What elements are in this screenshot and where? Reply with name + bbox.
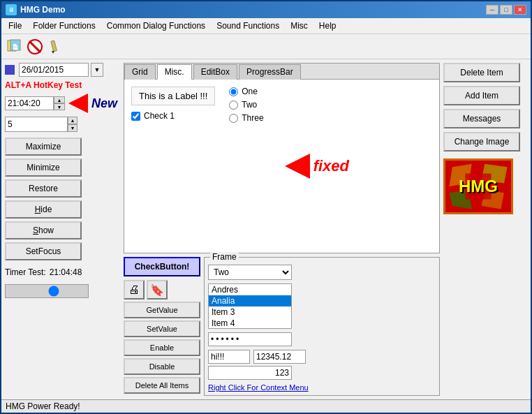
radio-two-row: Two	[229, 100, 263, 110]
frame-dropdown[interactable]: Two One Three	[208, 265, 292, 280]
middle-section: CheckButton! 🖨 🔖 GetValue SetValue Enabl…	[124, 257, 440, 396]
enable-btn[interactable]: Enable	[124, 339, 200, 356]
list-item-analia[interactable]: Analia	[209, 295, 291, 306]
red-arrow-left	[68, 94, 88, 113]
menu-sound[interactable]: Sound Functions	[211, 20, 285, 32]
close-window-btn[interactable]: ✕	[514, 5, 526, 15]
numeric-input[interactable]	[5, 117, 68, 132]
hi-input[interactable]	[208, 350, 250, 364]
maximize-window-btn[interactable]: □	[500, 5, 512, 15]
main-window: 🖥 HMG Demo ─ □ ✕ File Folder Functions C…	[0, 0, 532, 414]
center-panel: Grid Misc. EditBox ProgressBar This is a…	[124, 63, 440, 396]
window-title: HMG Demo	[20, 5, 66, 15]
menu-file[interactable]: File	[3, 20, 27, 32]
tab-misc-content: This is a Label !!! Check 1 One	[124, 80, 439, 253]
list-item-item4[interactable]: Item 4	[209, 318, 291, 329]
time-input[interactable]	[5, 96, 54, 110]
check-button[interactable]: CheckButton!	[124, 257, 200, 276]
title-buttons: ─ □ ✕	[486, 5, 526, 15]
menu-common[interactable]: Common Dialog Functions	[101, 20, 211, 32]
check1-checkbox[interactable]	[131, 112, 140, 121]
messages-btn[interactable]: Messages	[443, 109, 520, 128]
context-menu-hint[interactable]: Right Click For Context Menu	[208, 383, 436, 392]
list-item-andres[interactable]: Andres	[209, 284, 291, 295]
amount-input[interactable]	[253, 350, 306, 364]
right-panel: Delete Item Add Item Messages Change Ima…	[443, 63, 527, 396]
left-buttons: Maximize Minimize Restore Hide Show SetF…	[5, 138, 120, 260]
btn-restore[interactable]: Restore	[5, 179, 82, 198]
minimize-window-btn[interactable]: ─	[486, 5, 498, 15]
get-value-btn[interactable]: GetValue	[124, 302, 200, 318]
time-input-wrap: ▲ ▼	[5, 96, 65, 110]
hmg-logo-text: HMG	[459, 177, 498, 196]
radio-two-label: Two	[242, 100, 257, 110]
time-spinner: ▲ ▼	[54, 96, 65, 110]
left-panel: ▼ ALT+A HotKey Test ▲ ▼ New	[5, 63, 120, 396]
date-input[interactable]	[19, 63, 89, 77]
num-123-input[interactable]	[208, 366, 292, 380]
frame-listbox[interactable]: Andres Analia Item 3 Item 4	[208, 283, 292, 329]
radio-three-row: Three	[229, 113, 263, 123]
stamp-btn[interactable]: 🔖	[147, 280, 168, 300]
tab-grid[interactable]: Grid	[124, 64, 156, 80]
btn-maximize[interactable]: Maximize	[5, 138, 82, 156]
radio-one[interactable]	[229, 87, 238, 96]
tab-progressbar[interactable]: ProgressBar	[239, 64, 301, 80]
checkbox-row: Check 1	[131, 111, 215, 121]
delete-item-btn[interactable]: Delete Item	[443, 63, 520, 82]
inline-inputs-row	[208, 350, 436, 364]
svg-rect-5	[51, 40, 57, 52]
num-spin-up[interactable]: ▲	[68, 117, 77, 124]
icon-buttons-row: 🖨 🔖	[124, 280, 200, 300]
menu-misc[interactable]: Misc	[285, 20, 313, 32]
tab-container: Grid Misc. EditBox ProgressBar This is a…	[124, 63, 440, 253]
tab-editbox[interactable]: EditBox	[193, 64, 237, 80]
num-spin-down[interactable]: ▼	[68, 124, 77, 132]
menu-help[interactable]: Help	[313, 20, 342, 32]
frame-label: Frame	[210, 252, 239, 262]
list-item-item3[interactable]: Item 3	[209, 306, 291, 318]
set-value-btn[interactable]: SetValue	[124, 320, 200, 337]
svg-text:📄: 📄	[12, 43, 19, 50]
new-label: New	[91, 96, 117, 111]
btn-show[interactable]: Show	[5, 221, 82, 239]
title-bar-left: 🖥 HMG Demo	[6, 4, 66, 15]
fixed-section: fixed	[285, 87, 349, 246]
toolbar-icon-1[interactable]: 📄	[6, 38, 24, 56]
menu-folder[interactable]: Folder Functions	[27, 20, 101, 32]
disable-btn[interactable]: Disable	[124, 358, 200, 375]
delete-all-btn[interactable]: Delete All Items	[124, 377, 200, 394]
tab-misc[interactable]: Misc.	[157, 64, 192, 80]
tab-right-section: One Two Three	[229, 87, 263, 246]
radio-three[interactable]	[229, 114, 238, 123]
add-item-btn[interactable]: Add Item	[443, 86, 520, 105]
radio-one-label: One	[242, 87, 258, 96]
numeric-input-wrap: ▲ ▼	[5, 117, 120, 132]
btn-hide[interactable]: Hide	[5, 200, 82, 219]
time-spin-down[interactable]: ▼	[54, 103, 65, 110]
printer-btn[interactable]: 🖨	[124, 280, 145, 300]
time-spin-up[interactable]: ▲	[54, 96, 65, 103]
btn-setfocus[interactable]: SetFocus	[5, 242, 82, 260]
radio-two[interactable]	[229, 101, 238, 110]
password-field[interactable]	[208, 332, 292, 346]
date-picker-btn[interactable]: ▼	[91, 63, 103, 77]
timer-row: Timer Test: 21:04:48	[5, 267, 120, 277]
toolbar-icon-pen[interactable]	[46, 38, 64, 56]
change-image-btn[interactable]: Change Image	[443, 132, 520, 151]
status-text: HMG Power Ready!	[6, 401, 80, 411]
btn-minimize[interactable]: Minimize	[5, 158, 82, 177]
toolbar-icon-stop[interactable]	[26, 38, 44, 56]
radio-three-label: Three	[242, 113, 263, 123]
status-bar: HMG Power Ready!	[1, 399, 531, 413]
static-label: This is a Label !!!	[131, 87, 215, 105]
fixed-label: fixed	[313, 157, 349, 175]
tabs-bar: Grid Misc. EditBox ProgressBar	[124, 64, 439, 80]
app-icon: 🖥	[6, 4, 17, 15]
slider-input[interactable]	[5, 284, 89, 298]
slider-wrap	[5, 284, 120, 300]
numeric-spinner: ▲ ▼	[68, 117, 77, 132]
frame-panel: Frame Two One Three Andres Analia Item 3…	[204, 257, 440, 396]
title-bar: 🖥 HMG Demo ─ □ ✕	[1, 1, 531, 18]
svg-marker-6	[52, 51, 54, 54]
